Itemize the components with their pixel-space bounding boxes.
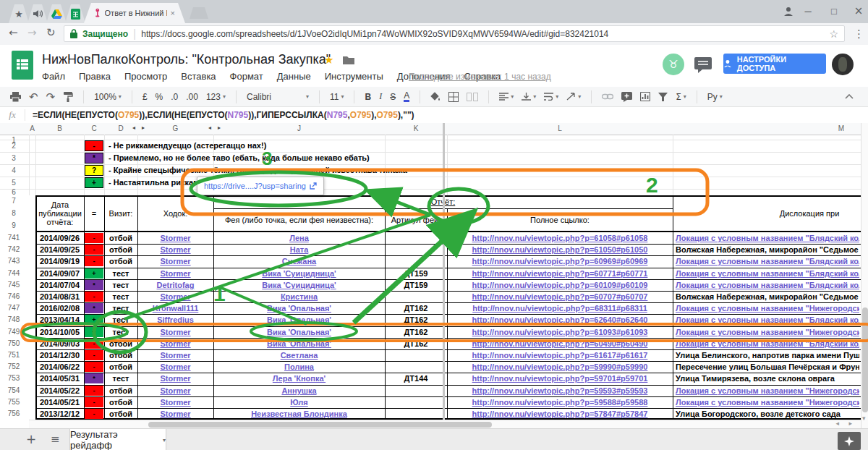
vscroll-thumb[interactable] xyxy=(862,307,868,412)
cell-sku[interactable] xyxy=(386,362,446,372)
menu-Формат[interactable]: Формат xyxy=(230,71,263,82)
cell-visit[interactable]: отбой xyxy=(105,398,137,407)
text-rotate-button[interactable]: ▾ xyxy=(566,93,581,101)
formula-bar[interactable]: fx =ЕСЛИ(НЕ(ЕПУСТО(O795)),ЕСЛИ(НЕ(ЕПУСТО… xyxy=(0,107,868,124)
cell-status[interactable]: - xyxy=(85,292,103,302)
collaborator-avatar[interactable]: ♉ xyxy=(663,54,684,75)
window-close-button[interactable]: × xyxy=(848,1,868,20)
cell-date[interactable]: 2014/09/03 xyxy=(36,339,83,349)
window-maximize-button[interactable]: □ xyxy=(823,1,845,20)
collapse-toolbar-icon[interactable] xyxy=(845,94,854,99)
pinned-tab-bookmarks[interactable]: ★ xyxy=(9,4,29,23)
column-header-G[interactable]: G xyxy=(137,123,214,135)
row-header-741[interactable]: 741 xyxy=(0,233,27,243)
format-percent-button[interactable]: % xyxy=(156,92,163,102)
cell-sku[interactable] xyxy=(386,257,446,266)
menu-Инструменты[interactable]: Инструменты xyxy=(325,71,383,82)
cell-sku[interactable]: ДТ162 xyxy=(386,328,446,337)
pinned-tab-sheets[interactable] xyxy=(65,4,85,23)
merge-cells-icon[interactable] xyxy=(467,93,478,101)
cell-sku[interactable] xyxy=(386,409,446,419)
cell-status[interactable]: - xyxy=(85,350,103,360)
row-header-8[interactable]: 8 xyxy=(0,208,27,218)
cell-walker[interactable]: Stormer xyxy=(138,339,213,349)
cell-sku[interactable] xyxy=(386,245,446,255)
cell-url[interactable]: http://nnov.nu/viewtopic.php?p=60490#p60… xyxy=(448,339,672,349)
print-icon[interactable] xyxy=(10,92,21,102)
menu-Просмотр[interactable]: Просмотр xyxy=(124,71,167,82)
borders-icon[interactable] xyxy=(448,92,459,102)
filter-icon[interactable] xyxy=(658,93,668,101)
cell-fairy[interactable]: Вика 'Опальная' xyxy=(214,328,384,337)
fill-color-icon[interactable] xyxy=(430,92,441,102)
row-header-5[interactable]: 5 xyxy=(0,178,27,188)
cell-fairy[interactable]: Ната xyxy=(214,245,384,255)
cell-date[interactable]: 2014/09/07 xyxy=(36,269,83,279)
address-bar[interactable]: Защищено | https://docs.google.com/sprea… xyxy=(64,25,845,42)
cell-fairy[interactable]: Лера 'Кнопка' xyxy=(214,374,384,383)
starred-icon[interactable]: ★ xyxy=(324,54,333,67)
cell-url[interactable]: http://nnov.nu/viewtopic.php?p=60707#p60… xyxy=(448,292,672,302)
cell-walker[interactable]: Stormer xyxy=(138,386,213,396)
redo-icon[interactable]: ↷ xyxy=(46,90,56,103)
cell-location[interactable]: Улица Богородского, возле детского сада xyxy=(676,409,859,419)
cell-fairy[interactable]: Вика 'Суицидница' xyxy=(214,281,384,290)
cell-status[interactable]: - xyxy=(85,245,103,255)
row-header-754[interactable]: 754 xyxy=(0,386,27,396)
cell-sku[interactable] xyxy=(386,386,446,396)
pinned-tab-drive[interactable] xyxy=(46,4,67,23)
row-header-743[interactable]: 743 xyxy=(0,256,27,266)
cell-date[interactable]: 2016/02/08 xyxy=(36,304,83,313)
input-language-button[interactable]: Ру▾ xyxy=(707,92,723,102)
cell-fairy[interactable]: Вика 'Опальная' xyxy=(214,304,384,313)
strikethrough-button[interactable]: S xyxy=(390,92,396,102)
row-header-9[interactable]: 9 xyxy=(0,221,27,231)
user-avatar[interactable] xyxy=(832,54,854,75)
cell-status[interactable]: + xyxy=(85,268,103,279)
group-expand-icon[interactable]: ▸ xyxy=(218,124,221,131)
comment-icon[interactable] xyxy=(694,57,712,73)
cell-visit[interactable]: тест xyxy=(105,374,137,383)
cell-date[interactable]: 2013/12/12 xyxy=(36,409,83,419)
cell-url[interactable]: http://nnov.nu/viewtopic.php?p=61617#p61… xyxy=(448,351,672,360)
row-header-2[interactable]: 2 xyxy=(0,141,27,151)
cell-status[interactable]: - xyxy=(85,339,103,349)
cell-location[interactable]: Локация с условным названием "Нижегородс… xyxy=(676,328,859,337)
row-header-752[interactable]: 752 xyxy=(0,362,27,372)
row-header-746[interactable]: 746 xyxy=(0,292,27,302)
cell-location[interactable]: Пересечение улиц Большая Печёрская и Фру… xyxy=(676,362,859,372)
column-header-J[interactable]: J xyxy=(213,123,386,135)
cell-url[interactable]: http://nnov.nu/viewtopic.php?p=59701#p59… xyxy=(448,374,672,383)
cell-url[interactable]: http://nnov.nu/viewtopic.php?p=59588#p59… xyxy=(448,398,672,407)
cell-visit[interactable]: отбой xyxy=(105,362,137,372)
cell-walker[interactable]: Stormer xyxy=(138,257,213,266)
increase-decimals-button[interactable]: .00 xyxy=(186,92,198,102)
document-title[interactable]: НижНовПалкоКонтроль: "Контрольная Закупк… xyxy=(42,52,331,67)
cell-fairy[interactable]: Светлана xyxy=(214,351,384,360)
row-header-742[interactable]: 742 xyxy=(0,245,27,255)
cell-sku[interactable] xyxy=(386,234,446,243)
cell-sku[interactable]: ДТ159 xyxy=(386,281,446,290)
cell-date[interactable]: 2014/09/19 xyxy=(36,257,83,266)
zoom-select[interactable]: 100%▾ xyxy=(94,92,122,102)
cell-location[interactable]: Локация с условным названием "Блядский к… xyxy=(676,257,859,266)
row-header-745[interactable]: 745 xyxy=(0,280,27,290)
formula-text[interactable]: =ЕСЛИ(НЕ(ЕПУСТО(O795)),ЕСЛИ(НЕ(ЕПУСТО(N7… xyxy=(25,110,414,120)
cell-visit[interactable]: тест xyxy=(105,269,137,279)
cell-sku[interactable]: ДТ162 xyxy=(386,339,446,349)
window-minimize-button[interactable]: ─ xyxy=(797,1,819,20)
row-header-747[interactable]: 747 xyxy=(0,303,27,313)
hscroll-thumb[interactable] xyxy=(148,422,492,428)
cell-location[interactable]: Локация с условным названием "Блядский к… xyxy=(676,339,859,349)
cell-date[interactable]: 2014/08/31 xyxy=(36,292,83,302)
cell-visit[interactable]: отбой xyxy=(105,339,137,349)
row-header-753[interactable]: 753 xyxy=(0,373,27,383)
spreadsheet-grid[interactable]: ABCDGJKLM◂▸◂▸123456789-- Не риккамендуец… xyxy=(0,123,868,428)
text-color-button[interactable]: A xyxy=(404,92,409,102)
row-header-3[interactable]: 3 xyxy=(0,153,27,164)
cell-visit[interactable]: отбой xyxy=(105,257,137,266)
header-dislocation[interactable]: Дислокация при xyxy=(752,195,867,231)
font-size-select[interactable]: 11▾ xyxy=(330,92,344,102)
cell-visit[interactable]: отбой xyxy=(105,386,137,396)
cell-date[interactable]: 2014/05/31 xyxy=(36,374,83,383)
